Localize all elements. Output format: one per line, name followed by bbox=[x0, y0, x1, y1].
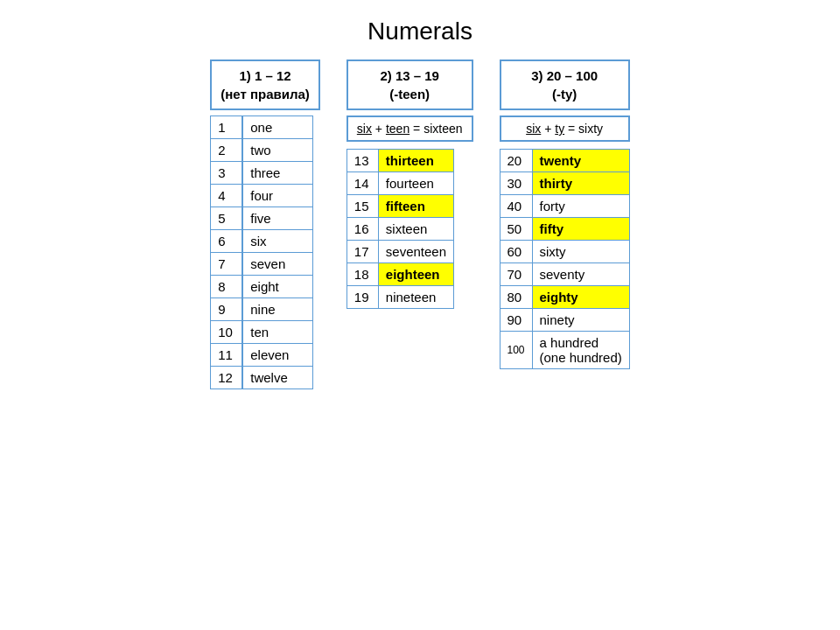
table-row: seventeen bbox=[378, 241, 453, 263]
table-row: twenty bbox=[532, 150, 629, 172]
section3-header: 3) 20 – 100 (-ty) bbox=[500, 60, 630, 110]
table-row: nine bbox=[243, 298, 313, 321]
table-row: 2 bbox=[211, 139, 242, 162]
table-row: seventy bbox=[532, 263, 629, 286]
section3-formula: six + ty = sixty bbox=[500, 116, 630, 142]
table-row: 16 bbox=[346, 218, 378, 241]
table-row: 12 bbox=[211, 367, 242, 389]
table-row: 60 bbox=[500, 241, 532, 263]
section2: 2) 13 – 19 (-teen) six + teen = sixteen … bbox=[346, 60, 473, 309]
section2-table: 13thirteen14fourteen15fifteen16sixteen17… bbox=[346, 149, 454, 309]
table-row: 10 bbox=[211, 321, 242, 344]
table-row: fifty bbox=[532, 218, 629, 241]
section1: 1) 1 – 12 (нет правила) 123456789101112 … bbox=[210, 60, 320, 389]
section2-header: 2) 13 – 19 (-teen) bbox=[346, 60, 473, 110]
table-row: 5 bbox=[211, 207, 242, 230]
table-row: 50 bbox=[500, 218, 532, 241]
table-row: 70 bbox=[500, 263, 532, 286]
table-row: 17 bbox=[346, 241, 378, 263]
section3-table: 20twenty30thirty40forty50fifty60sixty70s… bbox=[500, 149, 630, 369]
table-row: 90 bbox=[500, 309, 532, 332]
section1-numbers-table: 123456789101112 bbox=[210, 116, 242, 389]
table-row: ten bbox=[243, 321, 313, 344]
table-row: 13 bbox=[346, 150, 378, 172]
table-row: three bbox=[243, 162, 313, 185]
table-row: thirteen bbox=[378, 150, 453, 172]
table-row: twelve bbox=[243, 367, 313, 389]
table-row: 4 bbox=[211, 185, 242, 207]
table-row: fourteen bbox=[378, 172, 453, 195]
table-row: forty bbox=[532, 195, 629, 218]
table-row: 8 bbox=[211, 276, 242, 298]
table-row: 3 bbox=[211, 162, 242, 185]
table-row: 100 bbox=[500, 332, 532, 369]
table-row: thirty bbox=[532, 172, 629, 195]
table-row: eight bbox=[243, 276, 313, 298]
table-row: sixteen bbox=[378, 218, 453, 241]
table-row: eighteen bbox=[378, 263, 453, 286]
table-row: nineteen bbox=[378, 286, 453, 309]
table-row: 40 bbox=[500, 195, 532, 218]
main-columns: 1) 1 – 12 (нет правила) 123456789101112 … bbox=[210, 60, 630, 389]
table-row: 7 bbox=[211, 253, 242, 276]
table-row: 9 bbox=[211, 298, 242, 321]
table-row: seven bbox=[243, 253, 313, 276]
table-row: eleven bbox=[243, 344, 313, 367]
section1-header: 1) 1 – 12 (нет правила) bbox=[210, 60, 320, 110]
table-row: 19 bbox=[346, 286, 378, 309]
section1-tables: 123456789101112 onetwothreefourfivesixse… bbox=[210, 116, 320, 389]
table-row: 80 bbox=[500, 286, 532, 309]
table-row: eighty bbox=[532, 286, 629, 309]
table-row: 18 bbox=[346, 263, 378, 286]
page-title: Numerals bbox=[368, 18, 472, 46]
section1-words-table: onetwothreefourfivesixseveneightninetene… bbox=[242, 116, 313, 389]
table-row: 6 bbox=[211, 230, 242, 253]
table-row: two bbox=[243, 139, 313, 162]
table-row: five bbox=[243, 207, 313, 230]
table-row: 14 bbox=[346, 172, 378, 195]
table-row: a hundred(one hundred) bbox=[532, 332, 629, 369]
table-row: 1 bbox=[211, 116, 242, 139]
table-row: ninety bbox=[532, 309, 629, 332]
table-row: sixty bbox=[532, 241, 629, 263]
table-row: six bbox=[243, 230, 313, 253]
table-row: 30 bbox=[500, 172, 532, 195]
section3: 3) 20 – 100 (-ty) six + ty = sixty 20twe… bbox=[500, 60, 630, 369]
table-row: fifteen bbox=[378, 195, 453, 218]
table-row: four bbox=[243, 185, 313, 207]
section2-formula: six + teen = sixteen bbox=[346, 116, 473, 142]
table-row: one bbox=[243, 116, 313, 139]
table-row: 15 bbox=[346, 195, 378, 218]
table-row: 11 bbox=[211, 344, 242, 367]
table-row: 20 bbox=[500, 150, 532, 172]
